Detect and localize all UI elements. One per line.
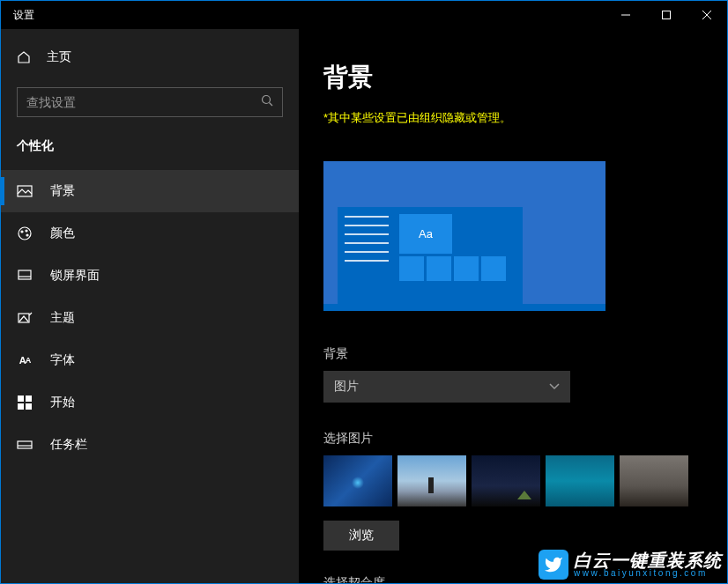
- preview-window: Aa: [338, 207, 523, 304]
- svg-rect-19: [18, 441, 32, 448]
- svg-line-5: [270, 103, 273, 107]
- sidebar-item-taskbar[interactable]: 任务栏: [1, 424, 299, 466]
- home-link[interactable]: 主页: [1, 40, 299, 75]
- minimize-button[interactable]: [605, 1, 646, 29]
- titlebar: 设置: [1, 1, 727, 29]
- page-title: 背景: [323, 61, 702, 94]
- body-area: 主页 个性化 背景: [1, 29, 727, 583]
- watermark: 白云一键重装系统 www.baiyunxitong.com: [539, 550, 722, 580]
- themes-icon: [17, 310, 33, 326]
- preview-menu: [338, 207, 399, 304]
- picture-thumb-5[interactable]: [620, 455, 688, 506]
- content-area: 背景 *其中某些设置已由组织隐藏或管理。 Aa: [299, 29, 727, 583]
- sidebar-item-label: 任务栏: [50, 437, 87, 453]
- sidebar-item-label: 锁屏界面: [50, 268, 100, 284]
- svg-rect-11: [19, 270, 31, 279]
- svg-rect-1: [663, 11, 671, 19]
- start-icon: [17, 395, 33, 410]
- search-input[interactable]: [26, 95, 238, 109]
- home-label: 主页: [47, 49, 71, 65]
- app-title: 设置: [13, 8, 34, 23]
- section-title: 个性化: [1, 138, 299, 154]
- svg-rect-15: [18, 395, 24, 402]
- preview-tiles: Aa: [399, 207, 523, 304]
- taskbar-icon: [17, 437, 33, 453]
- picture-thumbnails: [323, 455, 702, 506]
- svg-point-4: [263, 96, 271, 104]
- sidebar-item-label: 主题: [50, 310, 75, 326]
- sidebar: 主页 个性化 背景: [1, 29, 299, 583]
- sidebar-item-themes[interactable]: 主题: [1, 297, 299, 339]
- settings-window: 设置 主页: [0, 0, 728, 584]
- svg-rect-16: [26, 395, 32, 402]
- sidebar-item-start[interactable]: 开始: [1, 381, 299, 424]
- background-type-label: 背景: [323, 346, 702, 362]
- picture-thumb-4[interactable]: [546, 455, 614, 506]
- sidebar-item-label: 字体: [50, 352, 75, 368]
- search-icon: [261, 94, 273, 110]
- preview-tile-aa: Aa: [399, 214, 452, 254]
- choose-picture-label: 选择图片: [323, 431, 702, 447]
- chevron-down-icon: [549, 381, 560, 393]
- sidebar-item-background[interactable]: 背景: [1, 170, 299, 212]
- lockscreen-icon: [17, 268, 33, 284]
- sidebar-item-label: 背景: [50, 183, 75, 199]
- svg-point-9: [26, 230, 27, 232]
- sidebar-item-colors[interactable]: 颜色: [1, 212, 299, 255]
- picture-thumb-3[interactable]: [472, 455, 540, 506]
- search-box[interactable]: [17, 87, 283, 117]
- maximize-button[interactable]: [646, 1, 687, 29]
- svg-rect-17: [18, 403, 24, 410]
- svg-rect-18: [26, 403, 32, 410]
- home-icon: [17, 50, 31, 64]
- sidebar-item-lockscreen[interactable]: 锁屏界面: [1, 255, 299, 297]
- org-managed-notice: *其中某些设置已由组织隐藏或管理。: [323, 110, 702, 126]
- window-controls: [605, 1, 727, 29]
- palette-icon: [17, 225, 33, 241]
- close-button[interactable]: [687, 1, 727, 29]
- picture-thumb-2[interactable]: [397, 455, 466, 506]
- sidebar-item-label: 开始: [50, 395, 75, 410]
- browse-button[interactable]: 浏览: [323, 521, 399, 551]
- sidebar-item-label: 颜色: [50, 225, 75, 241]
- svg-point-8: [21, 231, 23, 233]
- picture-thumb-1[interactable]: [323, 455, 392, 506]
- image-icon: [17, 183, 33, 199]
- svg-point-7: [19, 227, 31, 240]
- desktop-preview: Aa: [323, 161, 605, 311]
- watermark-icon: [539, 550, 568, 580]
- watermark-url: www.baiyunxitong.com: [574, 569, 722, 578]
- background-type-dropdown[interactable]: 图片: [323, 371, 570, 403]
- svg-point-10: [26, 234, 28, 236]
- sidebar-item-fonts[interactable]: AA 字体: [1, 339, 299, 381]
- watermark-text: 白云一键重装系统: [574, 551, 722, 569]
- font-icon: AA: [17, 352, 33, 368]
- dropdown-value: 图片: [334, 379, 359, 395]
